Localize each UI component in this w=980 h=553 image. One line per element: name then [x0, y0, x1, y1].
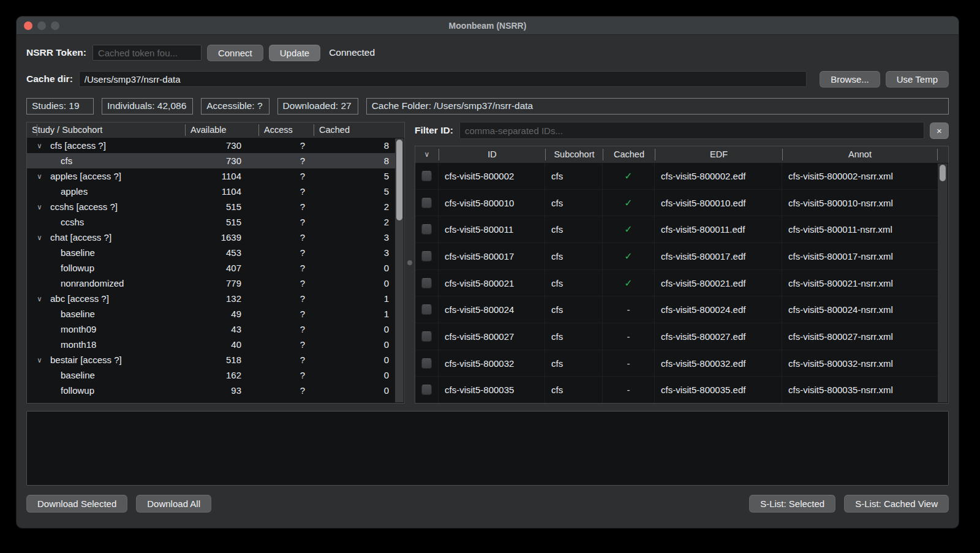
- tree-row[interactable]: ∨bestair [access ?]518?0: [27, 352, 395, 367]
- tree-row-name-cell: ∨cfs [access ?]: [27, 140, 185, 151]
- tree-scrollbar-thumb[interactable]: [396, 140, 402, 220]
- row-checkbox[interactable]: [421, 278, 432, 288]
- tree-cached-cell: 5: [314, 171, 395, 181]
- slist-selected-button[interactable]: S-List: Selected: [749, 495, 835, 513]
- tree-column-header[interactable]: Available: [185, 124, 258, 136]
- chevron-down-icon[interactable]: ∨: [34, 233, 45, 242]
- update-button[interactable]: Update: [269, 45, 320, 61]
- files-column-header[interactable]: Subcohort: [545, 149, 603, 160]
- cached-check-icon: ✓: [624, 224, 632, 235]
- files-scrollbar[interactable]: [938, 164, 948, 402]
- files-column-header[interactable]: ID: [439, 149, 545, 160]
- tree-available-cell: 730: [185, 156, 258, 166]
- tree-column-header[interactable]: Study / Subcohort: [27, 124, 185, 136]
- row-checkbox[interactable]: [421, 171, 432, 181]
- tree-row[interactable]: ∨abc [access ?]132?1: [27, 291, 395, 306]
- title-bar[interactable]: Moonbeam (NSRR): [17, 17, 959, 35]
- table-row[interactable]: cfs-visit5-800011cfs✓cfs-visit5-800011.e…: [415, 216, 938, 243]
- files-column-header[interactable]: Annot: [782, 149, 938, 160]
- study-tree-header: Study / SubcohortAvailableAccessCached: [27, 122, 404, 138]
- tree-row[interactable]: followup407?0: [27, 260, 395, 276]
- tree-row-label: ccshs: [61, 217, 84, 227]
- use-temp-button[interactable]: Use Temp: [886, 71, 949, 88]
- clear-filter-button[interactable]: ×: [930, 122, 949, 139]
- close-icon: ×: [937, 126, 942, 136]
- tree-column-header[interactable]: Access: [258, 124, 314, 136]
- row-checkbox[interactable]: [421, 358, 432, 369]
- panel-splitter[interactable]: [405, 122, 415, 404]
- chevron-down-icon[interactable]: ∨: [34, 356, 45, 364]
- tree-cached-cell: 0: [314, 263, 395, 273]
- select-all-chevron-icon[interactable]: ∨: [415, 149, 439, 160]
- file-checkbox-cell: [415, 216, 439, 243]
- stat-downloaded: Downloaded: 27: [277, 98, 358, 115]
- row-checkbox[interactable]: [421, 224, 432, 235]
- tree-available-cell: 779: [185, 278, 258, 288]
- table-row[interactable]: cfs-visit5-800017cfs✓cfs-visit5-800017.e…: [415, 243, 938, 270]
- table-row[interactable]: cfs-visit5-800002cfs✓cfs-visit5-800002.e…: [415, 163, 938, 190]
- tree-row[interactable]: apples1104?5: [27, 184, 395, 199]
- chevron-down-icon[interactable]: ∨: [34, 141, 45, 150]
- files-column-header[interactable]: EDF: [655, 149, 782, 160]
- table-row[interactable]: cfs-visit5-800027cfs-cfs-visit5-800027.e…: [415, 323, 938, 350]
- chevron-down-icon[interactable]: ∨: [34, 172, 45, 181]
- filter-id-input[interactable]: [459, 122, 924, 139]
- tree-row-label: baseline: [61, 309, 95, 319]
- file-cached-cell: -: [603, 350, 655, 377]
- tree-row[interactable]: followup93?0: [27, 383, 395, 398]
- tree-row[interactable]: ∨ccshs [access ?]515?2: [27, 199, 395, 214]
- tree-row[interactable]: ccshs515?2: [27, 214, 395, 230]
- tree-cached-cell: 8: [314, 140, 395, 151]
- tree-column-header[interactable]: Cached: [314, 124, 395, 136]
- tree-cached-cell: 3: [314, 232, 395, 243]
- tree-row[interactable]: baseline162?0: [27, 367, 395, 383]
- tree-access-cell: ?: [258, 140, 314, 151]
- row-checkbox[interactable]: [421, 198, 432, 208]
- file-id-cell: cfs-visit5-800017: [439, 243, 545, 269]
- tree-row[interactable]: month1840?0: [27, 337, 395, 352]
- maximize-window-button[interactable]: [51, 21, 59, 30]
- browse-button[interactable]: Browse...: [820, 71, 880, 88]
- table-row[interactable]: cfs-visit5-800010cfs✓cfs-visit5-800010.e…: [415, 190, 938, 217]
- tree-available-cell: 43: [185, 324, 258, 334]
- file-edf-cell: cfs-visit5-800002.edf: [655, 163, 782, 189]
- file-subcohort-cell: cfs: [545, 377, 603, 403]
- tree-row[interactable]: month0943?0: [27, 322, 395, 337]
- files-scrollbar-thumb[interactable]: [940, 165, 946, 181]
- connect-button[interactable]: Connect: [207, 45, 263, 61]
- tree-row-label: cfs: [61, 156, 72, 166]
- minimize-window-button[interactable]: [37, 21, 46, 30]
- cache-dir-input[interactable]: [79, 71, 807, 87]
- download-selected-button[interactable]: Download Selected: [26, 495, 127, 513]
- row-checkbox[interactable]: [421, 251, 432, 261]
- tree-row-name-cell: ∨bestair [access ?]: [27, 355, 185, 365]
- table-row[interactable]: cfs-visit5-800021cfs✓cfs-visit5-800021.e…: [415, 270, 938, 297]
- slist-cached-view-button[interactable]: S-List: Cached View: [844, 495, 949, 513]
- tree-cached-cell: 1: [314, 309, 395, 319]
- tree-row[interactable]: ∨cfs [access ?]730?8: [27, 138, 395, 153]
- row-checkbox[interactable]: [421, 331, 432, 342]
- tree-row[interactable]: nonrandomized779?0: [27, 276, 395, 291]
- tree-row[interactable]: cfs730?8: [27, 153, 395, 168]
- tree-row[interactable]: baseline453?3: [27, 245, 395, 260]
- tree-row[interactable]: ∨chat [access ?]1639?3: [27, 230, 395, 245]
- chevron-down-icon[interactable]: ∨: [34, 203, 45, 211]
- table-row[interactable]: cfs-visit5-800035cfs-cfs-visit5-800035.e…: [415, 377, 938, 403]
- file-id-cell: cfs-visit5-800032: [439, 350, 545, 377]
- tree-row[interactable]: baseline49?1: [27, 306, 395, 322]
- row-checkbox[interactable]: [421, 385, 432, 395]
- file-id-cell: cfs-visit5-800035: [439, 377, 545, 403]
- nsrr-token-input[interactable]: [92, 45, 202, 61]
- table-row[interactable]: cfs-visit5-800024cfs-cfs-visit5-800024.e…: [415, 296, 938, 323]
- traffic-lights: [24, 21, 59, 30]
- file-checkbox-cell: [415, 323, 439, 350]
- table-row[interactable]: cfs-visit5-800032cfs-cfs-visit5-800032.e…: [415, 350, 938, 377]
- row-checkbox[interactable]: [421, 304, 432, 315]
- chevron-down-icon[interactable]: ∨: [34, 295, 45, 303]
- main-content: NSRR Token: Connect Update Connected Cac…: [17, 35, 959, 528]
- tree-scrollbar[interactable]: [395, 138, 404, 402]
- close-window-button[interactable]: [24, 21, 32, 30]
- files-column-header[interactable]: Cached: [603, 149, 655, 160]
- download-all-button[interactable]: Download All: [136, 495, 211, 513]
- tree-row[interactable]: ∨apples [access ?]1104?5: [27, 168, 395, 184]
